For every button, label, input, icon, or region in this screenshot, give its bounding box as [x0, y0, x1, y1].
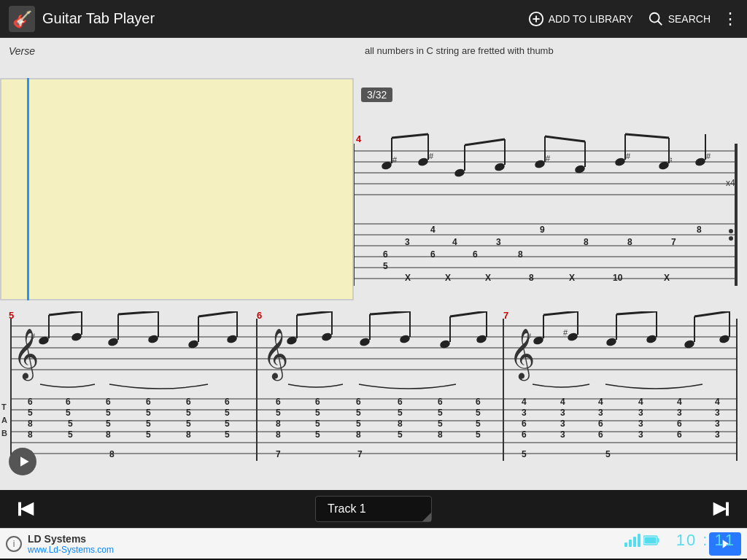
svg-text:#: #	[546, 154, 551, 163]
svg-text:3: 3	[598, 408, 603, 418]
svg-text:X: X	[485, 273, 491, 283]
svg-line-155	[118, 311, 158, 314]
svg-text:8: 8	[276, 429, 281, 440]
svg-text:8: 8	[584, 237, 589, 247]
svg-text:5: 5	[605, 449, 611, 459]
svg-text:7: 7	[276, 449, 281, 459]
svg-text:3: 3	[715, 429, 720, 440]
track-label-box[interactable]: Track 1	[315, 496, 432, 522]
svg-text:3: 3	[560, 408, 565, 418]
svg-text:8: 8	[109, 449, 115, 459]
annotation: all numbers in C string are fretted with…	[365, 45, 554, 56]
system-clock: 10 : 11	[676, 531, 735, 550]
svg-text:8: 8	[106, 429, 111, 440]
svg-text:A: A	[1, 416, 7, 424]
svg-text:5: 5	[438, 408, 443, 418]
svg-text:8: 8	[186, 429, 191, 440]
svg-text:5: 5	[522, 449, 527, 459]
svg-point-5	[649, 12, 659, 22]
play-button[interactable]	[9, 448, 36, 475]
app-icon: 🎸	[9, 6, 35, 32]
main-content: Verse all numbers in C string are frette…	[0, 38, 747, 490]
svg-text:8: 8	[356, 429, 361, 440]
svg-text:6: 6	[106, 397, 111, 407]
svg-point-185	[321, 332, 333, 342]
svg-text:5: 5	[146, 408, 151, 418]
status-icons	[624, 534, 659, 547]
svg-text:3: 3	[638, 419, 643, 429]
prev-button[interactable]	[12, 494, 42, 524]
svg-text:3: 3	[677, 408, 682, 418]
svg-point-67	[614, 157, 627, 167]
svg-text:#: #	[429, 152, 434, 160]
svg-text:5: 5	[383, 261, 388, 271]
svg-text:8: 8	[438, 429, 443, 440]
svg-text:5: 5	[476, 408, 481, 418]
svg-text:5: 5	[315, 429, 320, 440]
svg-text:4: 4	[452, 237, 457, 247]
svg-text:5: 5	[315, 408, 320, 418]
svg-rect-276	[658, 538, 659, 542]
svg-text:8: 8	[28, 419, 33, 429]
svg-text:8: 8	[697, 225, 702, 235]
svg-text:5: 5	[315, 419, 320, 429]
svg-text:3: 3	[715, 419, 720, 429]
svg-text:4: 4	[677, 397, 682, 407]
svg-text:4: 4	[522, 397, 527, 407]
svg-point-151	[226, 334, 239, 344]
svg-text:5: 5	[68, 429, 73, 440]
svg-text:6: 6	[677, 419, 682, 429]
svg-point-193	[476, 334, 488, 344]
svg-text:5: 5	[106, 419, 111, 429]
cursor-line	[27, 78, 29, 300]
svg-text:3: 3	[638, 408, 643, 418]
add-to-library-button[interactable]: ADD TO LIBRARY	[528, 11, 633, 27]
svg-line-76	[392, 134, 428, 138]
svg-line-238	[543, 311, 578, 315]
svg-text:4: 4	[715, 397, 720, 407]
svg-text:5: 5	[146, 419, 151, 429]
svg-text:#: #	[31, 332, 36, 341]
svg-text:6: 6	[146, 397, 151, 407]
svg-point-228	[605, 337, 618, 347]
svg-text:8: 8	[28, 429, 33, 440]
svg-marker-116	[20, 456, 29, 466]
svg-text:5: 5	[476, 419, 481, 429]
svg-text:5: 5	[438, 419, 443, 429]
svg-text:6: 6	[186, 397, 191, 407]
svg-text:5: 5	[9, 311, 14, 321]
svg-point-55	[417, 157, 430, 167]
svg-text:8: 8	[276, 419, 281, 429]
svg-point-189	[399, 334, 411, 344]
next-button[interactable]	[705, 494, 735, 524]
svg-text:5: 5	[356, 419, 361, 429]
svg-text:3: 3	[405, 237, 410, 247]
svg-text:5: 5	[398, 408, 403, 418]
svg-text:10: 10	[613, 273, 623, 283]
svg-point-62	[534, 159, 546, 169]
svg-text:4: 4	[560, 397, 565, 407]
search-button[interactable]: SEARCH	[648, 11, 711, 27]
svg-text:#: #	[527, 332, 532, 341]
svg-text:8: 8	[627, 237, 632, 247]
battery-icon	[643, 535, 659, 545]
svg-line-156	[198, 311, 237, 316]
app-title: Guitar Tab Player	[42, 10, 514, 27]
svg-text:#: #	[706, 152, 711, 160]
svg-text:5: 5	[276, 408, 281, 418]
svg-rect-270	[726, 502, 729, 516]
track-label: Track 1	[328, 502, 366, 515]
ad-url: www.Ld-Systems.com	[28, 545, 709, 555]
svg-text:3: 3	[715, 408, 720, 418]
more-button[interactable]: ⋮	[722, 11, 738, 27]
svg-text:5: 5	[476, 429, 481, 440]
svg-line-196	[370, 311, 410, 314]
svg-line-77	[465, 139, 505, 145]
svg-text:6: 6	[598, 429, 603, 440]
svg-text:5: 5	[106, 408, 111, 418]
svg-text:5: 5	[225, 419, 230, 429]
svg-text:6: 6	[383, 249, 388, 260]
svg-text:6: 6	[225, 397, 230, 407]
svg-point-230	[646, 334, 658, 344]
svg-point-29	[729, 229, 733, 233]
